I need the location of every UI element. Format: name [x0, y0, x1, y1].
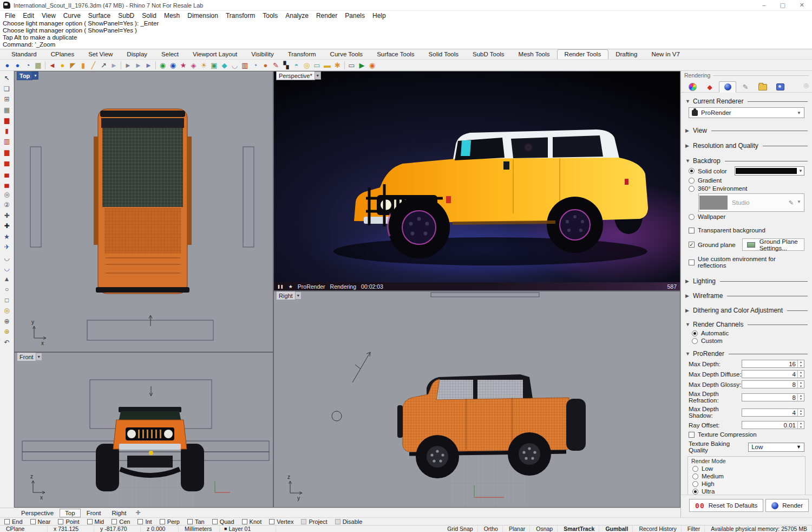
cube-multicolor-icon[interactable]: ▣	[209, 60, 219, 70]
transparent-background-checkbox[interactable]: Transparent background	[689, 227, 804, 233]
toolbar-tab[interactable]: Display	[120, 50, 154, 59]
menu-item[interactable]: Surface	[84, 12, 114, 20]
top-viewport-title[interactable]: Top ▼	[17, 72, 38, 80]
chevron-down-icon[interactable]: ▼	[296, 291, 302, 300]
toolbar-tab[interactable]: Solid Tools	[422, 50, 466, 59]
current-renderer-select[interactable]: ProRender ▼	[689, 107, 804, 118]
toolbar-tab[interactable]: Drafting	[608, 50, 644, 59]
toolbar-tab[interactable]: Curve Tools	[323, 50, 370, 59]
flag-2-icon[interactable]: ►	[133, 60, 143, 70]
menu-item[interactable]: Mesh	[160, 12, 184, 20]
flag-arrow-icon[interactable]: ►	[109, 60, 119, 70]
eye-arrow-icon[interactable]: ►	[123, 60, 133, 70]
materials-tab[interactable]: ✎	[737, 82, 754, 92]
minimize-button[interactable]: –	[762, 2, 765, 9]
render-mode-radio[interactable]: Low	[692, 465, 801, 472]
smarttrack-toggle[interactable]: SmartTrack	[558, 525, 599, 532]
menu-item[interactable]: Render	[312, 12, 341, 20]
render-window-icon[interactable]: ◤	[68, 60, 78, 70]
airplane-icon[interactable]: ✈	[2, 243, 12, 251]
osnap-checkbox[interactable]: Perp	[160, 518, 180, 525]
channels-custom-radio[interactable]: Custom	[692, 338, 801, 344]
zoom-target-icon[interactable]: ⊕	[2, 327, 12, 336]
sphere-heart-icon[interactable]: ◈	[188, 60, 199, 70]
new-viewport-icon[interactable]: ✚	[132, 509, 143, 516]
gumball-move-icon[interactable]: ✚	[2, 211, 12, 220]
render-mode-radio[interactable]: Ultra	[692, 488, 801, 495]
osnap-checkbox[interactable]: Project	[301, 518, 327, 525]
rendering-tab[interactable]	[719, 81, 736, 93]
render-preview-icon[interactable]: ●	[12, 60, 23, 70]
display-tab[interactable]	[684, 82, 700, 92]
sphere-cage-icon[interactable]: ◎	[2, 190, 12, 199]
render-region-icon[interactable]: ◄	[47, 60, 57, 70]
number-input[interactable]: 8 ▲▼	[742, 380, 804, 388]
star-plane-icon[interactable]: ★	[2, 232, 12, 241]
spinner-arrows[interactable]: ▲▼	[797, 360, 804, 367]
separator[interactable]	[344, 61, 345, 69]
folder-icon[interactable]: ▬	[322, 60, 332, 70]
viewport-page-tab[interactable]: Front	[82, 509, 106, 517]
save-file-icon[interactable]: ▦	[2, 106, 12, 114]
car-front-icon[interactable]: ▄	[2, 169, 12, 178]
toolbar-tab[interactable]: Standard	[4, 50, 44, 59]
planar-toggle[interactable]: Planar	[503, 525, 530, 532]
bulb-icon[interactable]: ◎	[302, 60, 312, 70]
front-viewport[interactable]: Front ▼	[14, 352, 273, 508]
section-lighting[interactable]: ▶ Lighting	[685, 277, 808, 285]
section-render-channels[interactable]: ▼ Render Channels	[685, 321, 808, 328]
menu-item[interactable]: Edit	[19, 12, 38, 20]
zoom-window-icon[interactable]: □	[2, 296, 12, 304]
spotlight-icon[interactable]: ★	[178, 60, 188, 70]
reset-to-defaults-button[interactable]: 00 Reset To Defaults	[689, 499, 763, 512]
osnap-checkbox[interactable]: Cen	[112, 518, 130, 525]
sphere-material-icon[interactable]: ◉	[158, 60, 168, 70]
flag-3-icon[interactable]: ►	[143, 60, 154, 70]
monitor-icon[interactable]: ▭	[346, 60, 357, 70]
pyramid-icon[interactable]: ▲	[2, 275, 12, 283]
wallpaper-radio[interactable]: Wallpaper	[689, 213, 804, 220]
ortho-toggle[interactable]: Ortho	[478, 525, 503, 532]
memory-pane[interactable]: Available physical memory: 25705 MB	[705, 525, 812, 532]
boat-icon[interactable]: ◡	[2, 254, 12, 262]
menu-item[interactable]: File	[1, 12, 19, 20]
car-side-icon[interactable]: ▆	[2, 116, 12, 125]
spinner-arrows[interactable]: ▲▼	[797, 381, 804, 388]
record-animation-icon[interactable]: ◉	[367, 60, 377, 70]
toolbar-tab[interactable]: Render Tools	[557, 49, 609, 59]
spinner-arrows[interactable]: ▲▼	[797, 421, 804, 429]
custom-environment-checkbox[interactable]: Use custom environment for reflections	[689, 256, 804, 269]
environments-tab[interactable]	[772, 82, 788, 92]
section-view[interactable]: ▶ View	[685, 127, 808, 134]
maximize-button[interactable]: ▢	[780, 2, 785, 9]
menu-item[interactable]: Tools	[259, 12, 281, 20]
edit-pencil-icon[interactable]: ✎	[789, 199, 794, 206]
menu-item[interactable]: Help	[369, 12, 390, 20]
command-history[interactable]: Choose light manager option ( ShowPanel=…	[0, 20, 812, 49]
zoom-lens-icon[interactable]: ○	[2, 285, 12, 294]
backdrop-color-swatch[interactable]: ▼	[735, 166, 804, 176]
section-current-renderer[interactable]: ▼ Current Renderer	[685, 98, 808, 105]
ground-plane-checkbox[interactable]	[689, 242, 695, 248]
number-input[interactable]: 8 ▲▼	[742, 393, 804, 401]
ruler-icon[interactable]: ▭	[312, 60, 322, 70]
menu-item[interactable]: Curve	[60, 12, 84, 20]
bomb-arrow-icon[interactable]: ↗	[99, 60, 109, 70]
section-dithering[interactable]: ▶ Dithering and Color Adjustment	[685, 307, 808, 314]
viewport-page-tab[interactable]: Top	[60, 509, 81, 517]
front-viewport-title[interactable]: Front ▼	[17, 353, 42, 361]
pause-icon[interactable]: ❚❚	[277, 284, 284, 289]
section-prorender[interactable]: ▼ ProRender	[685, 350, 808, 358]
toolbar-tab[interactable]: Surface Tools	[370, 50, 421, 59]
control-points-icon[interactable]: ❏	[2, 85, 12, 93]
texture-baking-select[interactable]: Low ▼	[748, 443, 804, 452]
chevron-down-icon[interactable]: ▼	[797, 199, 801, 206]
car-red-3-icon[interactable]: ▅	[2, 158, 12, 167]
chevron-down-icon[interactable]: ▼	[32, 72, 38, 80]
gear-icon[interactable]: ◎	[803, 82, 809, 89]
texture-compression-checkbox[interactable]: Texture Compression	[689, 431, 804, 438]
number-input[interactable]: 4 ▲▼	[742, 370, 804, 378]
osnap-checkbox[interactable]: End	[4, 518, 23, 525]
draw-stroke-icon[interactable]: ╱	[88, 60, 99, 70]
viewport-page-tab[interactable]: Perspective	[16, 509, 58, 517]
